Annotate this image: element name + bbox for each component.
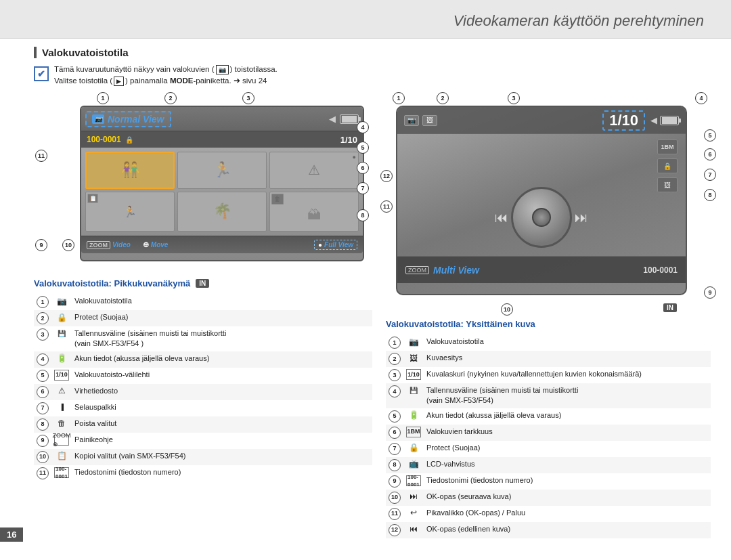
bottom-fullview: ● Full View xyxy=(314,240,357,250)
table-row: 5 🔋 Akun tiedot (akussa jäljellä oleva v… xyxy=(386,408,711,425)
bs-zoom-label: ZOOM xyxy=(405,266,429,274)
camera-screen-left: 📷 Normal View ◀ xyxy=(80,106,364,261)
desc-9: Painikeohje xyxy=(72,433,372,449)
in-badge-right: IN xyxy=(663,303,677,312)
table-row: 4 🔋 Akun tiedot (akussa jäljellä oleva v… xyxy=(34,351,372,368)
num-badge-4: 4 xyxy=(37,353,49,366)
r-num-7: 7 xyxy=(389,443,401,455)
table-row: 11 100-0001 Tiedostonimi (tiedoston nume… xyxy=(34,465,372,481)
r-callout-4: 4 xyxy=(695,92,707,104)
thumb-6: 🗑 🏔 xyxy=(269,192,359,232)
r-icon-3: 1/10 xyxy=(406,369,421,380)
r-desc-3: Kuvalaskuri (nykyinen kuva/tallennettuje… xyxy=(424,367,711,383)
camera-screen-right: 📷 🖼 1/10 ◀ xyxy=(396,106,687,295)
callout-3: 3 xyxy=(242,92,254,104)
r-desc-4: Tallennusväline (sisäinen muisti tai mui… xyxy=(424,383,711,408)
num-badge-6: 6 xyxy=(37,386,49,398)
thumb-4: 🏃 📋 xyxy=(85,192,175,232)
rsi-2: 🔒 xyxy=(657,158,678,173)
callout-6: 6 xyxy=(357,162,369,174)
counter-num: 100-0001 xyxy=(87,135,121,144)
callout-7: 7 xyxy=(357,182,369,194)
r-callout-1: 1 xyxy=(393,92,405,104)
info-line-2: Valitse toistotila (▶) painamalla MODE-p… xyxy=(54,76,278,86)
r-num-2: 2 xyxy=(389,353,401,365)
icon-10: 📋 xyxy=(54,451,69,462)
table-row: 7 🔒 Protect (Suojaa) xyxy=(386,441,711,457)
right-subsection-title: Valokuvatoistotila: Yksittäinen kuva xyxy=(386,319,711,329)
r-desc-10: OK-opas (seuraava kuva) xyxy=(424,490,711,506)
big-screen-top: 📷 🖼 1/10 ◀ xyxy=(397,107,686,134)
thumbnail-grid: 👫 🏃 ⚠ ● 🏃 📋 xyxy=(81,148,363,236)
r-icon-12: ⏮ xyxy=(406,524,421,535)
bs-right-icon-column: 1BM 🔒 🖼 xyxy=(652,134,686,256)
bs-filename: 100-0001 xyxy=(643,265,678,275)
table-row: 10 ⏭ OK-opas (seuraava kuva) xyxy=(386,490,711,506)
video-label: Video xyxy=(112,241,131,249)
table-row: 9 ZOOM ⊕ Painikeohje xyxy=(34,433,372,449)
r-desc-11: Pikavalikko (OK-opas) / Paluu xyxy=(424,506,711,522)
screen-counter-bar: 100-0001 🔒 1/10 xyxy=(81,131,363,148)
table-row: 6 ⚠ Virhetiedosto xyxy=(34,384,372,400)
nav-right-icon: ⏭ xyxy=(575,210,588,225)
r-desc-6: Valokuvien tarkkuus xyxy=(424,425,711,441)
thumb-3: ⚠ ● xyxy=(269,152,359,189)
table-row: 8 📺 LCD-vahvistus xyxy=(386,457,711,473)
table-row: 3 1/10 Kuvalaskuri (nykyinen kuva/tallen… xyxy=(386,367,711,383)
counter-fraction: 1/10 xyxy=(340,135,357,145)
callout-9: 9 xyxy=(35,239,47,251)
desc-5: Valokuvatoisto-välilehti xyxy=(72,368,372,384)
r-callout-11: 11 xyxy=(380,200,393,213)
check-icon: ✔ xyxy=(34,66,49,81)
desc-11: Tiedostonimi (tiedoston numero) xyxy=(72,465,372,481)
page-title: Videokameran käyttöön perehtyminen xyxy=(27,12,704,30)
bs-photo-icon: 📷 xyxy=(404,115,419,126)
table-row: 8 🗑 Poista valitut xyxy=(34,416,372,433)
bottom-video: ZOOM Video xyxy=(87,241,131,249)
left-subsection-title-text: Valokuvatoistotila: Pikkukuvanäkymä xyxy=(34,278,190,288)
r-icon-1: 📷 xyxy=(406,337,421,347)
desc-7: Selauspalkki xyxy=(72,400,372,416)
table-row: 4 💾 Tallennusväline (sisäinen muisti tai… xyxy=(386,383,711,408)
info-line-1: Tämä kuvaruutunäyttö näkyy vain valokuvi… xyxy=(54,65,278,74)
back-arrow-icon: ◀ xyxy=(329,114,336,124)
r-callout-12: 12 xyxy=(380,170,393,182)
callout-8: 8 xyxy=(357,209,369,221)
r-num-4: 4 xyxy=(389,385,401,397)
r-icon-8: 📺 xyxy=(406,459,421,470)
fullview-dot: ● xyxy=(318,241,322,249)
bs-fraction: 1/10 xyxy=(602,110,645,131)
bs-slideshow-icon: 🖼 xyxy=(422,115,437,126)
thumb-5: 🌴 xyxy=(177,192,267,232)
r-icon-4: 💾 xyxy=(406,385,421,396)
table-row: 10 📋 Kopioi valitut (vain SMX-F53/F54) xyxy=(34,449,372,465)
num-badge-9: 9 xyxy=(37,435,49,447)
icon-8: 🗑 xyxy=(54,418,69,429)
table-row: 7 ▐ Selauspalkki xyxy=(34,400,372,416)
desc-10: Kopioi valitut (vain SMX-F53/F54) xyxy=(72,449,372,465)
table-row: 12 ⏮ OK-opas (edellinen kuva) xyxy=(386,522,711,538)
r-icon-11: ↩ xyxy=(406,508,421,519)
r-callout-10: 10 xyxy=(501,303,513,316)
nav-center[interactable] xyxy=(532,208,551,227)
desc-1: Valokuvatoistotila xyxy=(72,294,372,310)
screen-top-right: ◀ xyxy=(329,114,359,124)
protect-icon-small: 🔒 xyxy=(125,136,133,144)
icon-1: 📷 xyxy=(54,296,69,307)
nav-circle[interactable] xyxy=(511,187,572,248)
bottom-move: ⊕ Move xyxy=(143,240,169,249)
right-column: 1 2 3 4 5 6 7 8 9 10 11 12 xyxy=(386,95,711,538)
r-icon-7: 🔒 xyxy=(406,443,421,454)
left-feature-table: 1 📷 Valokuvatoistotila 2 🔒 Protect (Suoj… xyxy=(34,294,372,481)
section-title: Valokuvatoistotila xyxy=(34,47,711,58)
r-num-6: 6 xyxy=(389,427,401,439)
r-icon-10: ⏭ xyxy=(406,492,421,502)
info-box: ✔ Tämä kuvaruutunäyttö näkyy vain valoku… xyxy=(34,65,711,87)
rsi-1: 1BM xyxy=(657,139,678,154)
table-row: 1 📷 Valokuvatoistotila xyxy=(386,335,711,351)
num-badge-2: 2 xyxy=(37,312,49,324)
page-number: 16 xyxy=(0,527,23,542)
num-badge-3: 3 xyxy=(37,328,49,341)
info-text: Tämä kuvaruutunäyttö näkyy vain valokuvi… xyxy=(54,65,278,87)
in-badge-left: IN xyxy=(196,279,209,288)
